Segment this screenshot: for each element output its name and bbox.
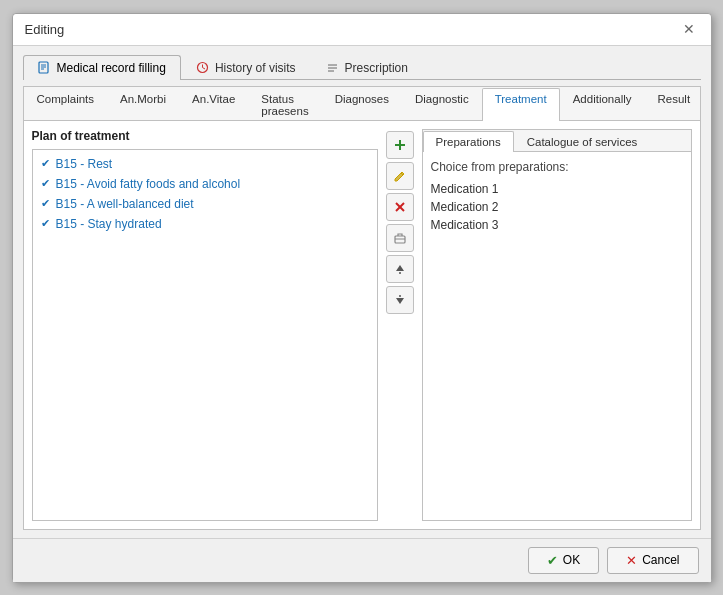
cancel-button[interactable]: ✕ Cancel <box>607 547 698 574</box>
list-item[interactable]: ✔B15 - A well-balanced diet <box>37 194 373 214</box>
dialog-body: Medical record filling History of visits <box>13 46 711 538</box>
delete-item-button[interactable] <box>386 193 414 221</box>
history-icon <box>196 61 210 75</box>
left-panel: Plan of treatment ✔B15 - Rest✔B15 - Avoi… <box>32 129 378 521</box>
medical-record-icon <box>38 61 52 75</box>
cancel-label: Cancel <box>642 553 679 567</box>
editing-dialog: Editing ✕ Medical record filling <box>12 13 712 583</box>
dialog-titlebar: Editing ✕ <box>13 14 711 46</box>
medication-item[interactable]: Medication 3 <box>431 216 683 234</box>
medications-list: Medication 1Medication 2Medication 3 <box>431 180 683 234</box>
right-content: Choice from preparations: Medication 1Me… <box>423 152 691 520</box>
ok-label: OK <box>563 553 580 567</box>
tab-history-visits[interactable]: History of visits <box>181 55 311 80</box>
content-area: Complaints An.Morbi An.Vitae Status prae… <box>23 86 701 530</box>
prescription-icon <box>326 61 340 75</box>
add-item-button[interactable] <box>386 131 414 159</box>
ok-icon: ✔ <box>547 553 558 568</box>
tab-status[interactable]: Status praesens <box>248 88 321 121</box>
plan-list[interactable]: ✔B15 - Rest✔B15 - Avoid fatty foods and … <box>32 149 378 521</box>
medication-item[interactable]: Medication 2 <box>431 198 683 216</box>
tab-diagnoses[interactable]: Diagnoses <box>322 88 402 121</box>
inner-tabs: Complaints An.Morbi An.Vitae Status prae… <box>24 87 700 121</box>
tab-history-label: History of visits <box>215 61 296 75</box>
move-up-button[interactable] <box>386 255 414 283</box>
svg-marker-19 <box>396 298 404 304</box>
check-icon: ✔ <box>41 177 50 190</box>
top-tabs: Medical record filling History of visits <box>23 54 701 80</box>
ok-button[interactable]: ✔ OK <box>528 547 599 574</box>
check-icon: ✔ <box>41 197 50 210</box>
tab-diagnostic[interactable]: Diagnostic <box>402 88 482 121</box>
svg-line-6 <box>203 68 206 70</box>
check-icon: ✔ <box>41 157 50 170</box>
erase-item-button[interactable] <box>386 224 414 252</box>
tab-medical-record-label: Medical record filling <box>57 61 166 75</box>
right-tabs: Preparations Catalogue of services <box>423 130 691 152</box>
tab-medical-record[interactable]: Medical record filling <box>23 55 181 80</box>
tab-catalogue[interactable]: Catalogue of services <box>514 131 651 152</box>
tab-result[interactable]: Result <box>645 88 701 121</box>
medication-item[interactable]: Medication 1 <box>431 180 683 198</box>
tab-anmorbi[interactable]: An.Morbi <box>107 88 179 121</box>
choice-label: Choice from preparations: <box>431 160 683 174</box>
check-icon: ✔ <box>41 217 50 230</box>
tab-preparations[interactable]: Preparations <box>423 131 514 152</box>
tab-prescription-label: Prescription <box>345 61 408 75</box>
tab-prescription[interactable]: Prescription <box>311 55 423 80</box>
right-panel: Preparations Catalogue of services Choic… <box>422 129 692 521</box>
cancel-icon: ✕ <box>626 553 637 568</box>
dialog-footer: ✔ OK ✕ Cancel <box>13 538 711 582</box>
move-down-button[interactable] <box>386 286 414 314</box>
plan-title: Plan of treatment <box>32 129 378 143</box>
close-button[interactable]: ✕ <box>679 22 699 36</box>
list-item[interactable]: ✔B15 - Avoid fatty foods and alcohol <box>37 174 373 194</box>
edit-item-button[interactable] <box>386 162 414 190</box>
action-buttons <box>386 129 414 521</box>
tab-additionally[interactable]: Additionally <box>560 88 645 121</box>
main-panel: Plan of treatment ✔B15 - Rest✔B15 - Avoi… <box>24 121 700 529</box>
svg-marker-17 <box>396 265 404 271</box>
tab-treatment[interactable]: Treatment <box>482 88 560 121</box>
list-item[interactable]: ✔B15 - Rest <box>37 154 373 174</box>
list-item[interactable]: ✔B15 - Stay hydrated <box>37 214 373 234</box>
dialog-title: Editing <box>25 22 65 37</box>
tab-anvitae[interactable]: An.Vitae <box>179 88 248 121</box>
tab-complaints[interactable]: Complaints <box>24 88 108 121</box>
